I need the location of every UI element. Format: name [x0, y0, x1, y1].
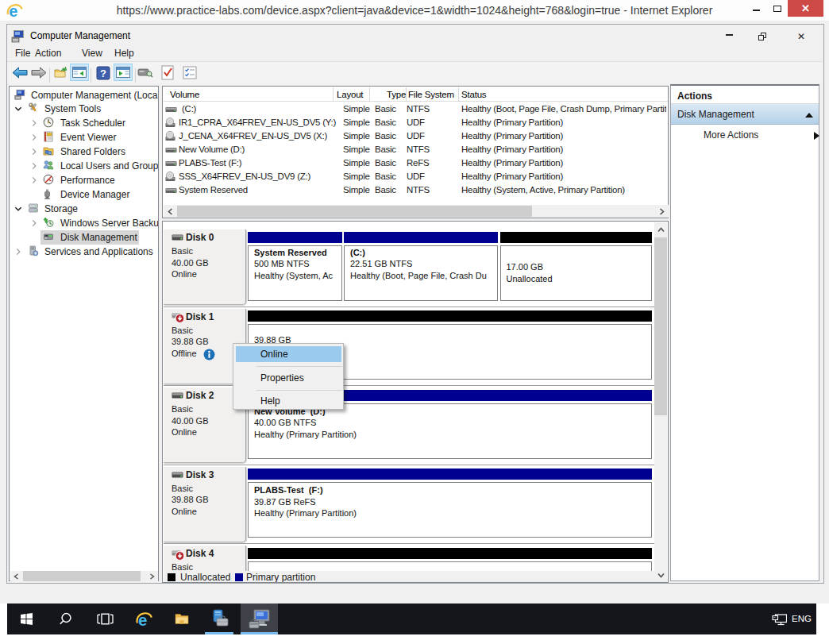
svg-text:?: ?	[100, 67, 106, 79]
